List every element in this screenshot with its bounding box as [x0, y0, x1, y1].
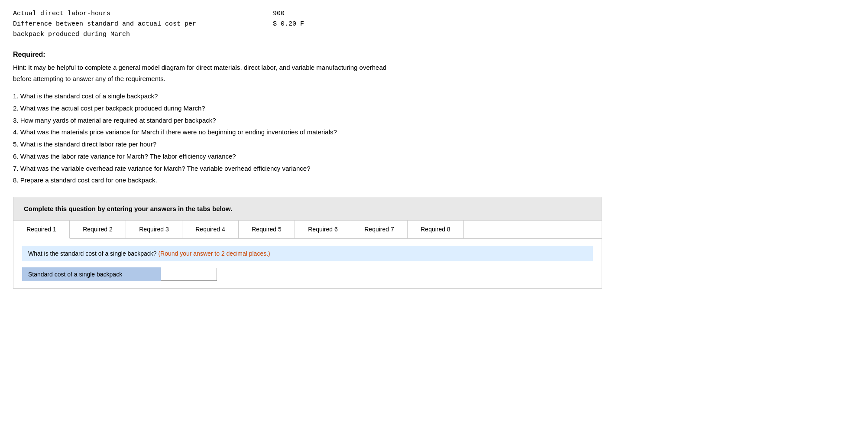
data-table-row-1: Actual direct labor-hours 900: [13, 9, 855, 19]
required-title: Required:: [13, 49, 855, 60]
cost-diff-value: $ 0.20 F: [273, 19, 338, 40]
answer-input[interactable]: [161, 268, 217, 281]
question-4: 4. What was the materials price variance…: [13, 126, 855, 138]
hint-text: Hint: It may be helpful to complete a ge…: [13, 62, 855, 84]
tab-required-7[interactable]: Required 7: [351, 221, 408, 238]
question-1: 1. What is the standard cost of a single…: [13, 90, 855, 102]
tabs-row: Required 1 Required 2 Required 3 Require…: [13, 221, 602, 239]
answer-label: Standard cost of a single backpack: [22, 267, 161, 281]
answer-row: Standard cost of a single backpack: [22, 267, 593, 281]
tab-required-5[interactable]: Required 5: [239, 221, 295, 238]
questions-list: 1. What is the standard cost of a single…: [13, 90, 855, 186]
question-7: 7. What was the variable overhead rate v…: [13, 162, 855, 175]
tab-required-2[interactable]: Required 2: [70, 221, 126, 238]
tab-required-1[interactable]: Required 1: [13, 221, 70, 239]
data-table-row-2: Difference between standard and actual c…: [13, 19, 855, 40]
round-note: (Round your answer to 2 decimal places.): [158, 250, 270, 257]
question-5: 5. What is the standard direct labor rat…: [13, 138, 855, 150]
required-section: Required: Hint: It may be helpful to com…: [13, 49, 855, 186]
question-3: 3. How many yards of material are requir…: [13, 114, 855, 127]
labor-hours-label: Actual direct labor-hours: [13, 9, 256, 19]
tab-question: What is the standard cost of a single ba…: [22, 246, 593, 261]
question-8: 8. Prepare a standard cost card for one …: [13, 174, 855, 186]
tab-content-area: What is the standard cost of a single ba…: [13, 239, 602, 288]
question-6: 6. What was the labor rate variance for …: [13, 150, 855, 162]
tab-required-8[interactable]: Required 8: [408, 221, 464, 238]
data-table: Actual direct labor-hours 900 Difference…: [13, 9, 855, 40]
complete-box: Complete this question by entering your …: [13, 197, 602, 221]
tab-required-6[interactable]: Required 6: [295, 221, 351, 238]
tab-required-3[interactable]: Required 3: [126, 221, 182, 238]
labor-hours-value: 900: [273, 9, 338, 19]
question-2: 2. What was the actual cost per backpack…: [13, 102, 855, 114]
tab-required-4[interactable]: Required 4: [182, 221, 239, 238]
cost-diff-label: Difference between standard and actual c…: [13, 19, 256, 40]
tabs-container: Required 1 Required 2 Required 3 Require…: [13, 221, 602, 289]
